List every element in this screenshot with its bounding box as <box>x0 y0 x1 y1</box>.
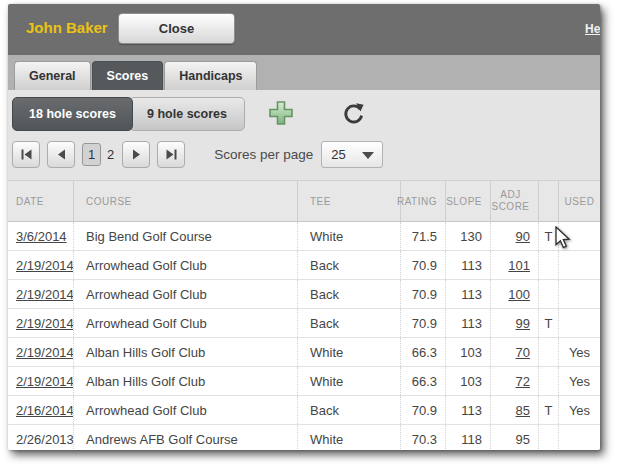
column-header-date: DATE <box>8 181 73 221</box>
scores-per-page-value: 25 <box>331 147 345 162</box>
scores-per-page-label: Scores per page <box>214 147 313 162</box>
slope-cell: 118 <box>445 425 490 450</box>
page-number-2[interactable]: 2 <box>107 147 114 162</box>
tournament-flag-cell <box>538 338 558 366</box>
tournament-flag-cell <box>538 367 558 395</box>
tournament-flag-cell: T <box>538 396 558 424</box>
tournament-flag-cell: T <box>538 222 558 250</box>
plus-icon <box>267 99 295 127</box>
course-cell: Alban Hills Golf Club <box>73 367 297 395</box>
course-cell: Arrowhead Golf Club <box>73 280 297 308</box>
tab-general[interactable]: General <box>14 61 91 90</box>
pagination-bar: 1 2 Scores per page 25 <box>12 139 383 169</box>
rating-cell: 70.3 <box>400 425 445 450</box>
page-number-current[interactable]: 1 <box>82 143 101 166</box>
rating-cell: 70.9 <box>400 309 445 337</box>
course-cell: Arrowhead Golf Club <box>73 396 297 424</box>
used-cell <box>558 251 600 279</box>
course-cell: Arrowhead Golf Club <box>73 309 297 337</box>
rating-cell: 66.3 <box>400 367 445 395</box>
slope-cell: 113 <box>445 309 490 337</box>
used-cell <box>558 309 600 337</box>
adj-score-link[interactable]: 99 <box>516 316 530 331</box>
adj-score-link[interactable]: 70 <box>516 345 530 360</box>
rating-cell: 70.9 <box>400 280 445 308</box>
close-button[interactable]: Close <box>118 13 235 44</box>
scores-per-page-select[interactable]: 25 <box>321 141 383 168</box>
table-row[interactable]: 2/19/2014 Alban Hills Golf Club White 66… <box>8 338 600 367</box>
used-cell: Yes <box>558 338 600 366</box>
tee-cell: Back <box>297 280 400 308</box>
date-link[interactable]: 2/19/2014 <box>16 258 73 273</box>
course-cell: Big Bend Golf Course <box>73 222 297 250</box>
rating-cell: 66.3 <box>400 338 445 366</box>
scores-toolbar: 18 hole scores 9 hole scores <box>8 90 600 180</box>
rating-cell: 70.9 <box>400 251 445 279</box>
refresh-button[interactable] <box>342 102 365 125</box>
tournament-flag-cell <box>538 425 558 450</box>
date-link[interactable]: 3/6/2014 <box>16 229 67 244</box>
first-page-button[interactable] <box>12 141 40 168</box>
adj-score-link[interactable]: 101 <box>508 258 530 273</box>
date-link: 2/26/2013 <box>16 432 73 447</box>
prev-page-icon <box>57 149 66 160</box>
scores-table-header: DATE COURSE TEE RATING SLOPE ADJ SCORE U… <box>8 180 600 222</box>
used-cell <box>558 222 600 250</box>
used-cell: Yes <box>558 396 600 424</box>
first-page-icon <box>21 149 32 160</box>
table-row[interactable]: 2/19/2014 Alban Hills Golf Club White 66… <box>8 367 600 396</box>
tee-cell: White <box>297 338 400 366</box>
tab-strip: General Scores Handicaps <box>8 55 600 90</box>
help-link[interactable]: Help <box>585 22 600 36</box>
player-scores-dialog: John Baker Close Help General Scores Han… <box>8 4 600 450</box>
tee-cell: Back <box>297 251 400 279</box>
date-link[interactable]: 2/19/2014 <box>16 316 73 331</box>
chevron-down-icon <box>362 152 374 159</box>
hole-count-segmented-control: 18 hole scores 9 hole scores <box>12 97 245 131</box>
table-row[interactable]: 2/26/2013 Andrews AFB Golf Course White … <box>8 425 600 450</box>
last-page-button[interactable] <box>157 141 185 168</box>
scores-table-body: 3/6/2014 Big Bend Golf Course White 71.5… <box>8 222 600 450</box>
table-row[interactable]: 2/19/2014 Arrowhead Golf Club Back 70.9 … <box>8 309 600 338</box>
adj-score-link[interactable]: 85 <box>516 403 530 418</box>
player-name: John Baker <box>26 19 108 36</box>
table-row[interactable]: 2/16/2014 Arrowhead Golf Club Back 70.9 … <box>8 396 600 425</box>
prev-page-button[interactable] <box>47 141 75 168</box>
adj-score-link[interactable]: 100 <box>508 287 530 302</box>
tee-cell: White <box>297 425 400 450</box>
add-score-button[interactable] <box>267 99 295 127</box>
slope-cell: 113 <box>445 396 490 424</box>
date-link[interactable]: 2/16/2014 <box>16 403 73 418</box>
table-row[interactable]: 2/19/2014 Arrowhead Golf Club Back 70.9 … <box>8 280 600 309</box>
date-link[interactable]: 2/19/2014 <box>16 345 73 360</box>
course-cell: Arrowhead Golf Club <box>73 251 297 279</box>
next-page-button[interactable] <box>122 141 150 168</box>
tab-handicaps[interactable]: Handicaps <box>164 61 257 90</box>
slope-cell: 113 <box>445 251 490 279</box>
slope-cell: 103 <box>445 338 490 366</box>
segment-9-hole-scores[interactable]: 9 hole scores <box>129 97 245 131</box>
date-link[interactable]: 2/19/2014 <box>16 287 73 302</box>
adj-score-link[interactable]: 90 <box>516 229 530 244</box>
date-link[interactable]: 2/19/2014 <box>16 374 73 389</box>
course-cell: Alban Hills Golf Club <box>73 338 297 366</box>
tournament-flag-cell <box>538 251 558 279</box>
tee-cell: White <box>297 367 400 395</box>
table-row[interactable]: 2/19/2014 Arrowhead Golf Club Back 70.9 … <box>8 251 600 280</box>
column-header-t <box>538 181 558 221</box>
slope-cell: 103 <box>445 367 490 395</box>
title-bar: John Baker Close Help <box>8 4 600 55</box>
tournament-flag-cell <box>538 280 558 308</box>
rating-cell: 70.9 <box>400 396 445 424</box>
column-header-used: USED <box>558 181 600 221</box>
tab-scores[interactable]: Scores <box>92 61 164 90</box>
column-header-rating: RATING <box>400 181 445 221</box>
segment-18-hole-scores[interactable]: 18 hole scores <box>12 97 133 131</box>
used-cell: Yes <box>558 367 600 395</box>
column-header-tee: TEE <box>297 181 400 221</box>
table-row[interactable]: 3/6/2014 Big Bend Golf Course White 71.5… <box>8 222 600 251</box>
adj-score-link[interactable]: 72 <box>516 374 530 389</box>
used-cell <box>558 425 600 450</box>
column-header-slope: SLOPE <box>445 181 490 221</box>
tee-cell: White <box>297 222 400 250</box>
